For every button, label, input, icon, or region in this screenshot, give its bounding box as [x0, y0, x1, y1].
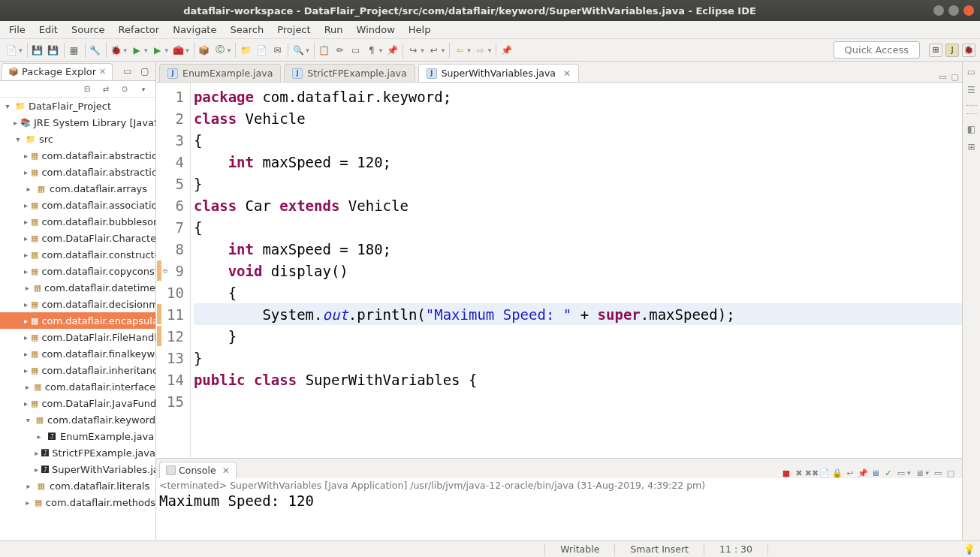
- code-line[interactable]: [194, 390, 962, 412]
- outline-strip-icon[interactable]: ▭: [966, 66, 978, 78]
- menu-navigate[interactable]: Navigate: [167, 23, 222, 37]
- tree-package[interactable]: ▸com.dataflair.copyconstructor: [0, 263, 155, 279]
- tree-project[interactable]: ▾DataFlair_Project: [0, 98, 155, 114]
- save-icon[interactable]: 💾: [31, 44, 44, 57]
- new-package-icon[interactable]: 📦: [198, 44, 211, 57]
- code-line[interactable]: {: [194, 129, 962, 151]
- new-file-icon[interactable]: 📄: [255, 44, 268, 57]
- pin-icon[interactable]: 📌: [385, 44, 399, 57]
- tree-package[interactable]: ▸com.dataflair.association: [0, 197, 155, 213]
- remove-all-icon[interactable]: ✖✖: [807, 468, 817, 478]
- package-tree[interactable]: ▾DataFlair_Project▸JRE System Library [J…: [0, 98, 155, 540]
- quick-access-input[interactable]: Quick Access: [834, 41, 920, 59]
- build-icon[interactable]: 🔧: [89, 44, 102, 57]
- tree-package[interactable]: ▸com.dataflair.datetime: [0, 279, 155, 296]
- tree-package[interactable]: ▸com.dataflair.interface: [0, 378, 155, 395]
- code-line[interactable]: int maxSpeed = 120;: [194, 151, 962, 173]
- tree-package[interactable]: ▸com.dataflair.methods: [0, 494, 155, 510]
- code-line[interactable]: void display(): [194, 260, 962, 282]
- debug-icon[interactable]: 🐞: [110, 44, 123, 57]
- code-line[interactable]: {: [194, 282, 962, 303]
- toggle-mark-icon[interactable]: ✏: [333, 44, 347, 57]
- new-annotation-icon[interactable]: ✉: [270, 44, 284, 57]
- open-console-icon[interactable]: ✓: [883, 468, 894, 478]
- tree-java-file[interactable]: ▸SuperWithVariables.java: [0, 461, 155, 477]
- toggle-breadcrumb-icon[interactable]: 📋: [318, 44, 331, 57]
- code-line[interactable]: class Car extends Vehicle: [194, 194, 962, 216]
- code-line[interactable]: public class SuperWithVariables {: [194, 369, 962, 390]
- next-annotation-icon[interactable]: ↪: [406, 44, 420, 57]
- tree-package[interactable]: ▸com.DataFlair.CharacterClass: [0, 230, 155, 246]
- close-tab-icon[interactable]: ✕: [563, 68, 571, 79]
- tree-package[interactable]: ▸com.dataflair.arrays: [0, 180, 155, 197]
- tree-package[interactable]: ▸com.dataflair.abstraction: [0, 147, 155, 164]
- new-console-icon[interactable]: ▭: [896, 468, 906, 478]
- focus-icon[interactable]: ⊙: [118, 83, 131, 96]
- code-line[interactable]: }: [194, 325, 962, 347]
- console-dropdown-icon[interactable]: 🖥: [914, 468, 924, 478]
- pin-editor-icon[interactable]: 📌: [499, 44, 513, 57]
- maximize-button[interactable]: [948, 5, 959, 16]
- tree-jre[interactable]: ▸JRE System Library [JavaSE-12]: [0, 114, 155, 131]
- tree-package[interactable]: ▸com.dataflair.constructor: [0, 246, 155, 263]
- tree-package[interactable]: ▸com.DataFlair.JavaFundamentals: [0, 395, 155, 411]
- menu-window[interactable]: Window: [351, 23, 401, 37]
- view-menu-icon[interactable]: ▾: [137, 83, 150, 96]
- java-perspective-button[interactable]: J: [945, 44, 959, 57]
- terminate-icon[interactable]: ■: [781, 468, 792, 478]
- code-line[interactable]: int maxSpeed = 180;: [194, 238, 962, 260]
- code-line[interactable]: System.out.println("Maximum Speed: " + s…: [194, 303, 962, 325]
- maximize-view-icon[interactable]: ▢: [138, 65, 152, 78]
- minimize-button[interactable]: [933, 5, 944, 16]
- open-perspective-button[interactable]: ⊞: [929, 44, 942, 57]
- code-line[interactable]: }: [194, 173, 962, 194]
- tree-src[interactable]: ▾src: [0, 131, 155, 147]
- display-icon[interactable]: 🖥: [870, 468, 881, 478]
- menu-file[interactable]: File: [3, 23, 32, 37]
- minimize-editor-icon[interactable]: ▭: [939, 72, 946, 82]
- open-type-icon[interactable]: ▦: [68, 44, 81, 57]
- code-body[interactable]: package com.dataflair.keyword;class Vehi…: [191, 83, 962, 458]
- save-all-icon[interactable]: 💾: [47, 44, 60, 57]
- menu-project[interactable]: Project: [271, 23, 316, 37]
- console-body[interactable]: <terminated> SuperWithVariables [Java Ap…: [156, 478, 962, 540]
- remove-launch-icon[interactable]: ✖: [794, 468, 804, 478]
- scroll-lock-icon[interactable]: 🔒: [832, 468, 843, 478]
- close-console-icon[interactable]: ✕: [222, 465, 230, 476]
- tab-enumexample[interactable]: J EnumExample.java: [159, 64, 281, 82]
- new-class-icon[interactable]: Ⓒ: [213, 44, 227, 57]
- close-button[interactable]: [963, 5, 974, 16]
- toggle-block-icon[interactable]: ▭: [349, 44, 363, 57]
- menu-help[interactable]: Help: [403, 23, 437, 37]
- tree-package[interactable]: ▸com.DataFlair.FileHandling: [0, 329, 155, 345]
- prev-annotation-icon[interactable]: ↩: [427, 44, 441, 57]
- new-icon[interactable]: 📄: [5, 44, 18, 57]
- tree-package[interactable]: ▸com.dataflair.inheritance: [0, 362, 155, 378]
- tree-package[interactable]: ▸com.dataflair.literals: [0, 477, 155, 494]
- collapse-all-icon[interactable]: ⊟: [80, 83, 94, 96]
- pin-console-icon[interactable]: 📌: [858, 468, 868, 478]
- min-console-icon[interactable]: ▭: [933, 468, 943, 478]
- tree-package[interactable]: ▾com.dataflair.keyword: [0, 411, 155, 428]
- hierarchy-icon[interactable]: ⊞: [966, 141, 978, 153]
- tab-strictfp[interactable]: J StrictFPExample.java: [284, 64, 415, 82]
- show-whitespace-icon[interactable]: ¶: [365, 44, 378, 57]
- close-icon[interactable]: ✕: [99, 67, 106, 77]
- outline-icon[interactable]: ◧: [966, 123, 978, 135]
- menu-edit[interactable]: Edit: [33, 23, 64, 37]
- back-icon[interactable]: ⇦: [453, 44, 466, 57]
- code-line[interactable]: class Vehicle: [194, 107, 962, 129]
- tree-package[interactable]: ▸com.dataflair.abstraction: [0, 164, 155, 180]
- coverage-icon[interactable]: ▶: [151, 44, 164, 57]
- tab-superwithvariables[interactable]: J SuperWithVariables.java ✕: [418, 64, 579, 82]
- tip-icon[interactable]: 💡: [963, 543, 975, 555]
- menu-search[interactable]: Search: [224, 23, 270, 37]
- code-editor[interactable]: 123456789⊖101112131415 package com.dataf…: [156, 83, 962, 458]
- code-line[interactable]: }: [194, 347, 962, 369]
- task-list-icon[interactable]: ☰: [966, 84, 978, 96]
- tree-package[interactable]: ▸com.dataflair.encapsulation: [0, 312, 155, 329]
- package-explorer-tab[interactable]: 📦 Package Explor ✕: [2, 63, 113, 80]
- minimize-view-icon[interactable]: ▭: [121, 65, 134, 78]
- word-wrap-icon[interactable]: ↩: [845, 468, 855, 478]
- forward-icon[interactable]: ⇨: [474, 44, 487, 57]
